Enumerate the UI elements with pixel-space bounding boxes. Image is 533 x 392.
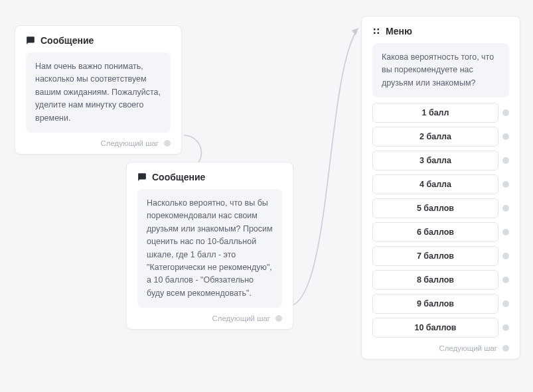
message-card-1[interactable]: Сообщение Нам очень важно понимать, наск… [15, 25, 182, 155]
output-port[interactable] [275, 315, 282, 322]
option-port[interactable] [502, 109, 509, 116]
menu-question: Какова вероятность того, что вы порекоме… [372, 43, 509, 98]
menu-options: 1 балл 2 балла 3 балла 4 балла 5 баллов … [372, 103, 509, 338]
card-footer: Следующий шаг [372, 344, 509, 352]
svg-marker-1 [352, 28, 358, 35]
option-button[interactable]: 4 балла [372, 174, 498, 194]
option-port[interactable] [502, 300, 509, 307]
output-port[interactable] [502, 345, 509, 352]
card-footer: Следующий шаг [26, 139, 171, 147]
svg-rect-2 [374, 29, 376, 31]
message-body: Насколько вероятно, что вы бы порекоменд… [137, 189, 282, 308]
card-footer: Следующий шаг [137, 314, 282, 322]
option-port[interactable] [502, 253, 509, 259]
option-button[interactable]: 7 баллов [372, 246, 498, 266]
option-button[interactable]: 10 баллов [372, 318, 498, 338]
option-button[interactable]: 6 баллов [372, 222, 498, 242]
message-icon [137, 172, 147, 182]
option-port[interactable] [502, 205, 509, 212]
message-icon [26, 36, 35, 45]
message-body: Нам очень важно понимать, насколько мы с… [26, 52, 171, 133]
option-button[interactable]: 2 балла [372, 127, 498, 147]
option-port[interactable] [502, 157, 509, 164]
menu-option: 5 баллов [372, 198, 509, 218]
option-port[interactable] [502, 181, 509, 188]
menu-option: 7 баллов [372, 246, 509, 266]
option-button[interactable]: 8 баллов [372, 270, 498, 290]
menu-option: 4 балла [372, 174, 509, 194]
menu-option: 10 баллов [372, 318, 509, 338]
card-title: Сообщение [40, 35, 94, 46]
menu-option: 3 балла [372, 151, 509, 170]
option-port[interactable] [502, 277, 509, 283]
card-title: Сообщение [152, 172, 205, 182]
svg-rect-3 [378, 29, 380, 31]
option-button[interactable]: 9 баллов [372, 294, 498, 314]
output-port[interactable] [164, 140, 171, 147]
message-card-2[interactable]: Сообщение Насколько вероятно, что вы бы … [126, 162, 293, 330]
menu-option: 1 балл [372, 103, 509, 123]
next-step-label: Следующий шаг [100, 139, 159, 147]
option-button[interactable]: 5 баллов [372, 198, 498, 218]
menu-option: 8 баллов [372, 270, 509, 290]
next-step-label: Следующий шаг [439, 344, 497, 352]
card-title: Меню [386, 26, 412, 36]
card-header: Сообщение [26, 35, 171, 46]
svg-rect-5 [378, 33, 380, 34]
menu-option: 6 баллов [372, 222, 509, 242]
menu-option: 2 балла [372, 127, 509, 147]
menu-card[interactable]: Меню Какова вероятность того, что вы пор… [361, 16, 520, 359]
option-port[interactable] [502, 229, 509, 235]
menu-option: 9 баллов [372, 294, 509, 314]
menu-icon [372, 27, 380, 35]
card-header: Сообщение [137, 172, 282, 182]
card-header: Меню [372, 26, 509, 36]
option-button[interactable]: 1 балл [372, 103, 498, 123]
option-port[interactable] [502, 133, 509, 140]
option-button[interactable]: 3 балла [372, 151, 498, 170]
option-port[interactable] [502, 324, 509, 331]
svg-rect-4 [374, 33, 376, 34]
next-step-label: Следующий шаг [212, 314, 270, 322]
